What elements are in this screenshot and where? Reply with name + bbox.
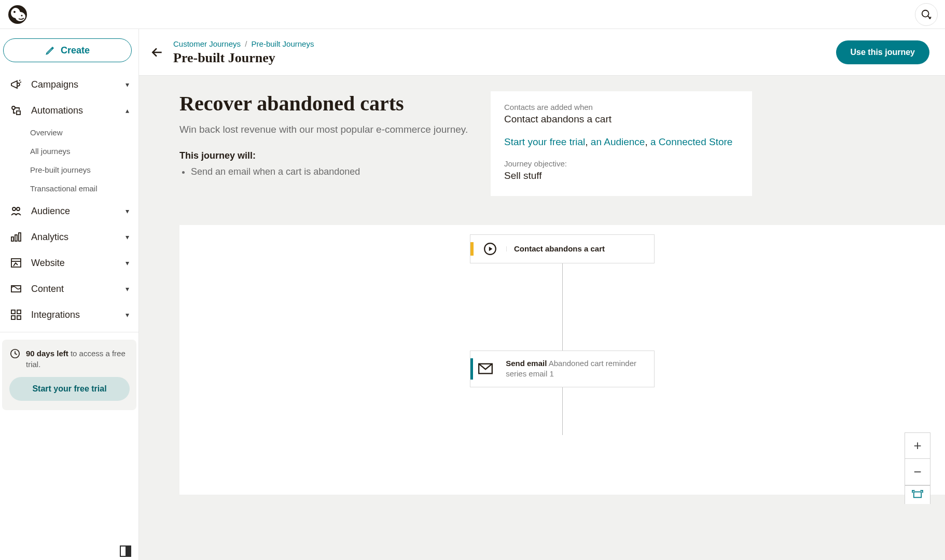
journey-will-title: This journey will: (179, 150, 470, 161)
sidebar-item-label: Website (31, 258, 65, 269)
breadcrumb-customer-journeys[interactable]: Customer Journeys (173, 39, 241, 48)
back-arrow-button[interactable] (150, 46, 164, 59)
sidebar-item-audience[interactable]: Audience ▾ (0, 198, 138, 224)
added-when-value: Contact abandons a cart (504, 114, 739, 125)
zoom-out-button[interactable]: − (905, 459, 930, 485)
email-icon (478, 363, 493, 374)
journey-bullet: Send an email when a cart is abandoned (191, 166, 470, 177)
svg-point-2 (15, 12, 25, 21)
sidebar-item-automations[interactable]: Automations ▴ (0, 97, 138, 123)
use-this-journey-button[interactable]: Use this journey (836, 40, 929, 64)
svg-point-13 (17, 207, 20, 211)
svg-line-8 (19, 80, 20, 81)
sidebar-sub-overview[interactable]: Overview (30, 123, 138, 142)
zoom-fit-button[interactable] (905, 485, 930, 504)
sidebar-item-website[interactable]: Website ▾ (0, 250, 138, 276)
sidebar-item-label: Analytics (31, 232, 68, 243)
svg-rect-14 (11, 237, 13, 241)
journey-start-node[interactable]: Contact abandons a cart (470, 234, 655, 263)
svg-rect-11 (17, 111, 20, 115)
chevron-down-icon: ▾ (126, 233, 129, 241)
play-icon (483, 242, 497, 256)
sidebar-item-label: Automations (31, 105, 83, 116)
search-icon (921, 9, 932, 20)
trial-card: 90 days left to access a free trial. Sta… (2, 340, 136, 410)
pencil-icon (45, 45, 55, 55)
flow-connector (562, 263, 563, 351)
start-free-trial-button[interactable]: Start your free trial (9, 377, 130, 401)
svg-line-9 (20, 82, 21, 82)
requirement-links: Start your free trial, an Audience, a Co… (504, 136, 739, 148)
analytics-icon (9, 231, 23, 243)
svg-rect-23 (17, 316, 21, 319)
start-node-label: Contact abandons a cart (514, 244, 605, 253)
svg-marker-27 (489, 247, 493, 251)
svg-rect-15 (15, 235, 17, 241)
svg-point-4 (21, 15, 22, 16)
clock-icon (9, 348, 21, 359)
create-button[interactable]: Create (3, 38, 132, 62)
journey-email-node[interactable]: Send email Abandoned cart reminder serie… (470, 351, 655, 387)
chevron-up-icon: ▴ (126, 106, 129, 115)
mailchimp-logo[interactable] (7, 4, 28, 25)
fit-icon (912, 490, 923, 499)
sidebar-sub-prebuilt-journeys[interactable]: Pre-built journeys (30, 161, 138, 179)
chevron-down-icon: ▾ (126, 259, 129, 267)
trial-text: 90 days left to access a free trial. (26, 348, 129, 370)
journey-title: Recover abandoned carts (179, 91, 470, 116)
email-node-prefix: Send email (506, 359, 547, 368)
collapse-sidebar-toggle[interactable] (120, 545, 131, 557)
sidebar-item-analytics[interactable]: Analytics ▾ (0, 224, 138, 250)
svg-rect-22 (11, 316, 15, 319)
objective-value: Sell stuff (504, 170, 739, 181)
integrations-icon (9, 309, 23, 321)
megaphone-icon (9, 78, 23, 91)
sidebar-item-label: Campaigns (31, 79, 78, 90)
page-title: Pre-built Journey (173, 50, 314, 66)
sidebar-item-campaigns[interactable]: Campaigns ▾ (0, 72, 138, 97)
svg-rect-20 (11, 310, 15, 314)
journey-info-panel: Contacts are added when Contact abandons… (491, 91, 752, 196)
audience-icon (9, 205, 23, 217)
chevron-down-icon: ▾ (126, 207, 129, 215)
breadcrumb: Customer Journeys / Pre-built Journeys (173, 38, 314, 49)
website-icon (9, 257, 23, 269)
create-button-label: Create (61, 45, 90, 56)
breadcrumb-prebuilt-journeys[interactable]: Pre-built Journeys (252, 39, 314, 48)
svg-rect-29 (914, 492, 921, 498)
svg-rect-21 (17, 310, 21, 314)
chevron-down-icon: ▾ (126, 311, 129, 319)
objective-label: Journey objective: (504, 159, 739, 168)
automations-icon (9, 104, 23, 117)
sidebar-item-integrations[interactable]: Integrations ▾ (0, 302, 138, 328)
svg-rect-16 (19, 233, 21, 241)
added-when-label: Contacts are added when (504, 103, 739, 111)
link-connected-store[interactable]: a Connected Store (650, 136, 732, 147)
svg-point-3 (13, 11, 16, 13)
journey-subtitle: Win back lost revenue with our most popu… (179, 123, 470, 137)
svg-point-12 (12, 207, 16, 211)
chevron-down-icon: ▾ (126, 80, 129, 89)
chevron-down-icon: ▾ (126, 285, 129, 293)
link-start-free-trial[interactable]: Start your free trial (504, 136, 585, 147)
svg-point-5 (922, 10, 929, 17)
svg-point-10 (12, 106, 15, 109)
sidebar-sub-transactional-email[interactable]: Transactional email (30, 179, 138, 198)
sidebar-item-content[interactable]: Content ▾ (0, 276, 138, 302)
sidebar-item-label: Audience (31, 206, 70, 217)
zoom-controls: + − (905, 432, 930, 485)
link-an-audience[interactable]: an Audience (591, 136, 645, 147)
content-icon (9, 283, 23, 295)
sidebar-sub-all-journeys[interactable]: All journeys (30, 142, 138, 161)
sidebar-item-label: Content (31, 284, 64, 295)
search-button[interactable] (915, 3, 938, 26)
sidebar-item-label: Integrations (31, 310, 80, 320)
flow-connector (562, 387, 563, 435)
zoom-in-button[interactable]: + (905, 433, 930, 459)
